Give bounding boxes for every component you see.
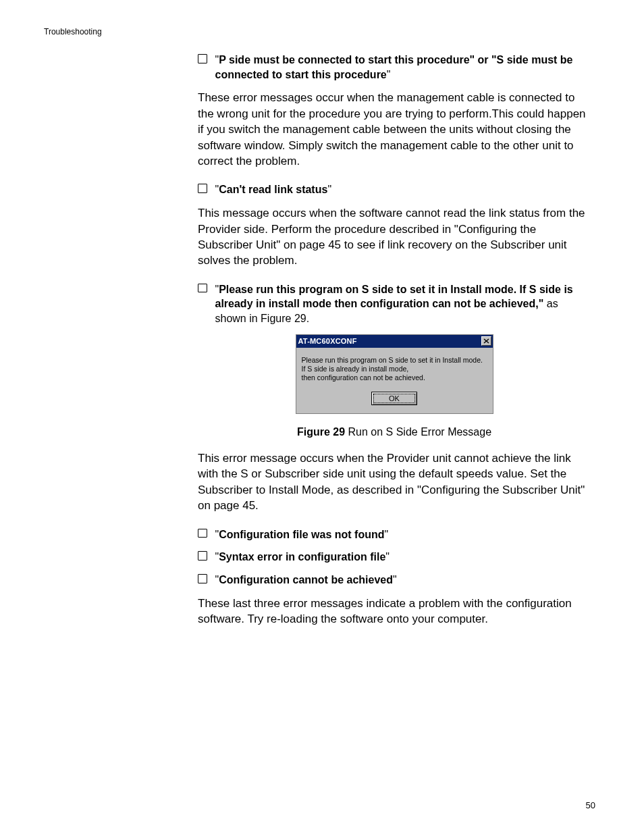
figure-container: AT-MC60XCONF Please run this program on … (198, 334, 591, 414)
bullet-text: "Configuration file was not found" (215, 527, 389, 542)
bullet-item: "Can't read link status" (198, 182, 591, 197)
checkbox-bullet-icon (198, 551, 207, 561)
error-message-title: P side must be connected to start this p… (215, 54, 573, 80)
bullet-item: "Configuration cannot be achieved" (198, 573, 591, 588)
checkbox-bullet-icon (198, 54, 207, 63)
document-page: { "header": { "section": "Troubleshootin… (0, 0, 644, 834)
quote-mark: " (385, 529, 389, 540)
figure-label: Figure 29 (297, 426, 345, 438)
body-paragraph: This error message occurs when the Provi… (198, 450, 591, 514)
quote-mark: " (385, 551, 390, 563)
checkbox-bullet-icon (198, 574, 207, 583)
bullet-text: "Can't read link status" (215, 182, 332, 197)
bullet-item: "Configuration file was not found" (198, 527, 591, 542)
error-message-title: Syntax error in configuration file (219, 551, 385, 563)
quote-mark: " (327, 184, 331, 195)
checkbox-bullet-icon (198, 529, 207, 538)
content-column: "P side must be connected to start this … (198, 53, 591, 641)
error-message-title: Can't read link status (219, 184, 327, 195)
checkbox-bullet-icon (198, 284, 207, 293)
dialog-button-row: OK (302, 392, 487, 405)
body-paragraph: These error messages occur when the mana… (198, 90, 591, 169)
windows-dialog: AT-MC60XCONF Please run this program on … (296, 334, 493, 414)
bullet-text: "Configuration cannot be achieved" (215, 573, 397, 588)
quote-mark: " (387, 69, 391, 80)
close-button[interactable] (481, 336, 491, 346)
body-paragraph: These last three error messages indicate… (198, 596, 591, 627)
bullet-item: "Syntax error in configuration file" (198, 550, 591, 565)
error-message-title: Please run this program on S side to set… (215, 284, 573, 310)
dialog-title-text: AT-MC60XCONF (298, 337, 357, 345)
ok-button[interactable]: OK (371, 392, 417, 405)
close-icon (483, 338, 489, 344)
figure-caption-text: Run on S Side Error Message (345, 426, 491, 438)
body-paragraph: This message occurs when the software ca… (198, 205, 591, 269)
page-number: 50 (586, 800, 595, 810)
error-message-title: Configuration file was not found (219, 529, 384, 540)
bullet-item: "P side must be connected to start this … (198, 53, 591, 82)
bullet-text: "Please run this program on S side to se… (215, 282, 591, 326)
checkbox-bullet-icon (198, 184, 207, 193)
bullet-text: "Syntax error in configuration file" (215, 550, 390, 565)
error-message-title: Configuration cannot be achieved (219, 574, 393, 585)
dialog-titlebar: AT-MC60XCONF (296, 335, 493, 348)
bullet-text: "P side must be connected to start this … (215, 53, 591, 82)
figure-caption: Figure 29 Run on S Side Error Message (198, 426, 591, 438)
dialog-message: Please run this program on S side to set… (302, 356, 487, 382)
dialog-body: Please run this program on S side to set… (296, 348, 493, 413)
quote-mark: " (393, 574, 397, 585)
running-header: Troubleshooting (44, 27, 102, 36)
bullet-item: "Please run this program on S side to se… (198, 282, 591, 326)
